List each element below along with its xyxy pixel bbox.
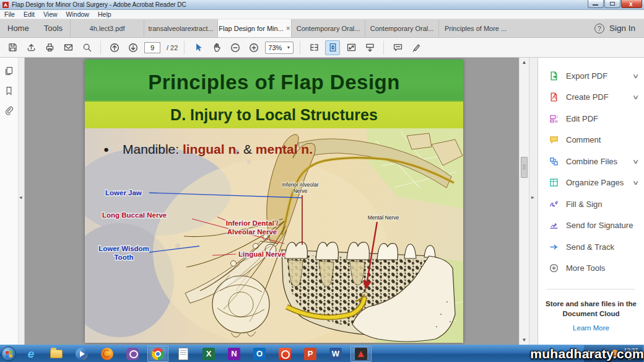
acrobat-window: Flap Design for Minor Oral Surgery - Ado… bbox=[0, 0, 644, 362]
acrobat-app-icon bbox=[2, 2, 9, 8]
scroll-down-icon[interactable]: ▼ bbox=[520, 337, 529, 343]
slide-title-band: Principles of Flap Design bbox=[85, 60, 463, 100]
tab-contemporary-1[interactable]: Contemporary Oral... bbox=[291, 19, 365, 37]
taskbar-acrobat-icon[interactable] bbox=[350, 346, 372, 362]
window-title: Flap Design for Minor Oral Surgery - Ado… bbox=[12, 1, 186, 8]
taskbar-powerpoint-icon[interactable]: P bbox=[300, 346, 321, 362]
scroll-up-icon[interactable]: ▲ bbox=[520, 60, 529, 65]
bookmarks-icon[interactable] bbox=[4, 86, 14, 98]
search-icon[interactable] bbox=[79, 40, 94, 55]
taskbar-excel-icon[interactable]: X bbox=[198, 346, 219, 362]
minimize-button[interactable] bbox=[588, 0, 604, 8]
taskbar-onenote-icon[interactable]: N bbox=[224, 346, 245, 362]
menu-bar: File Edit View Window Help bbox=[0, 10, 644, 19]
chevron-down-icon[interactable]: ∨ bbox=[632, 94, 639, 100]
document-pane[interactable]: Principles of Flap Design D. Injury to L… bbox=[25, 58, 519, 345]
email-icon[interactable] bbox=[61, 40, 76, 55]
help-icon[interactable]: ? bbox=[594, 24, 604, 33]
tool-fill-sign[interactable]: Fill & Sign bbox=[538, 193, 644, 215]
zoom-level-dropdown[interactable]: 73%▼ bbox=[265, 42, 294, 54]
label-mental-nerve: Mental Nerve bbox=[368, 214, 399, 221]
taskbar-chrome-icon[interactable] bbox=[147, 346, 168, 362]
comment-tool-icon[interactable] bbox=[390, 40, 405, 55]
tool-organize-pages[interactable]: Organize Pages ∨ bbox=[538, 172, 644, 194]
tab-close-icon[interactable]: × bbox=[286, 24, 290, 33]
select-tool-icon[interactable] bbox=[191, 40, 206, 55]
tab-flap-design-active[interactable]: Flap Design for Min... × bbox=[217, 19, 291, 37]
windows-taskbar: e X N O P W EN ▲ ↑ 12:37 ص muhadharaty.c… bbox=[0, 345, 644, 362]
save-icon[interactable] bbox=[5, 40, 20, 55]
label-lower-wisdom-1: Lower Wisdom bbox=[98, 245, 149, 252]
collapse-right-panel-icon[interactable]: ▸ bbox=[531, 194, 534, 200]
menu-help[interactable]: Help bbox=[94, 11, 116, 18]
label-long-buccal-nerve: Long Buccal Nerve bbox=[102, 211, 167, 219]
tool-combine-files[interactable]: Combine Files ∨ bbox=[538, 151, 644, 172]
fit-width-icon[interactable] bbox=[344, 40, 359, 55]
taskbar-word-icon[interactable]: W bbox=[325, 346, 346, 362]
page-total-label: / 22 bbox=[167, 44, 178, 51]
label-inferior-dental-1: Inferior Dental / bbox=[226, 219, 279, 227]
taskbar-firefox-icon[interactable] bbox=[97, 346, 118, 362]
page-thumbnails-icon[interactable] bbox=[4, 66, 14, 78]
pdf-page[interactable]: Principles of Flap Design D. Injury to L… bbox=[85, 60, 463, 343]
chevron-down-icon[interactable]: ∨ bbox=[632, 158, 639, 165]
read-mode-icon[interactable] bbox=[362, 40, 377, 55]
tab-4h-lect3[interactable]: 4h.lect3.pdf bbox=[70, 19, 144, 37]
tool-comment[interactable]: Comment bbox=[538, 130, 644, 151]
page-view-icon[interactable] bbox=[307, 40, 321, 55]
taskbar-internet-explorer-icon[interactable]: e bbox=[20, 346, 41, 362]
taskbar-viber-icon[interactable] bbox=[122, 346, 143, 362]
attachments-icon[interactable] bbox=[4, 106, 14, 118]
tab-contemporary-2[interactable]: Contemporary Oral... bbox=[365, 19, 438, 37]
taskbar-media-player-icon[interactable] bbox=[71, 346, 92, 362]
toolbar: 9 / 22 73%▼ bbox=[0, 38, 644, 58]
learn-more-link[interactable]: Learn More bbox=[538, 324, 644, 332]
tool-edit-pdf[interactable]: Edit PDF bbox=[538, 108, 644, 130]
chevron-down-icon[interactable]: ∨ bbox=[632, 73, 639, 79]
tool-more-tools[interactable]: More Tools bbox=[538, 258, 644, 280]
fill-sign-icon bbox=[549, 199, 559, 210]
menu-edit[interactable]: Edit bbox=[19, 11, 39, 18]
tool-create-pdf[interactable]: Create PDF ∨ bbox=[538, 87, 644, 108]
taskbar-document-app-icon[interactable] bbox=[173, 346, 194, 362]
next-page-icon[interactable] bbox=[126, 40, 141, 55]
menu-window[interactable]: Window bbox=[62, 11, 94, 18]
collapse-left-panel-icon[interactable]: ◂ bbox=[19, 194, 22, 200]
hand-tool-icon[interactable] bbox=[209, 40, 224, 55]
tool-export-pdf[interactable]: Export PDF ∨ bbox=[538, 65, 644, 87]
restore-button[interactable] bbox=[604, 0, 620, 8]
fit-one-page-icon[interactable] bbox=[325, 40, 340, 55]
zoom-out-icon[interactable] bbox=[228, 40, 243, 55]
tool-send-track[interactable]: Send & Track bbox=[538, 236, 644, 258]
sign-in-button[interactable]: Sign In bbox=[609, 24, 635, 33]
label-lower-wisdom-2: Tooth bbox=[114, 254, 133, 261]
scrollbar-thumb[interactable] bbox=[521, 157, 528, 178]
document-cloud-promo: Store and share files in the Document Cl… bbox=[538, 299, 644, 319]
tab-principles-more[interactable]: Principles of More ... bbox=[438, 19, 512, 37]
taskbar-file-explorer-icon[interactable] bbox=[46, 346, 67, 362]
label-inferior-dental-2: Alveolar Nerve bbox=[227, 228, 277, 236]
right-panel-gutter: ▸ bbox=[529, 58, 537, 345]
slide-bullet-line: ●Mandible: lingual n. & mental n. bbox=[103, 142, 313, 157]
tool-send-for-signature[interactable]: Send for Signature bbox=[538, 215, 644, 237]
tab-transalveolar[interactable]: transalveolarextract... bbox=[144, 19, 217, 37]
close-button[interactable]: x bbox=[621, 0, 642, 8]
slide-subtitle: D. Injury to Local Structures bbox=[170, 106, 378, 124]
taskbar-red-app-icon[interactable] bbox=[274, 346, 295, 362]
highlighter-tool-icon[interactable] bbox=[409, 40, 424, 55]
page-number-input[interactable]: 9 bbox=[144, 42, 160, 53]
title-bar: Flap Design for Minor Oral Surgery - Ado… bbox=[0, 0, 644, 10]
start-button[interactable] bbox=[1, 347, 16, 361]
taskbar-outlook-icon[interactable]: O bbox=[249, 346, 270, 362]
previous-page-icon[interactable] bbox=[107, 40, 122, 55]
home-button[interactable]: Home bbox=[0, 19, 37, 37]
print-icon[interactable] bbox=[42, 40, 57, 55]
more-tools-icon bbox=[549, 263, 559, 273]
zoom-in-icon[interactable] bbox=[246, 40, 261, 55]
menu-file[interactable]: File bbox=[0, 11, 19, 18]
menu-view[interactable]: View bbox=[39, 11, 62, 18]
chevron-down-icon[interactable]: ∨ bbox=[632, 179, 639, 186]
share-icon[interactable] bbox=[24, 40, 38, 55]
tools-button[interactable]: Tools bbox=[37, 19, 70, 37]
vertical-scrollbar[interactable]: ▲ ▼ bbox=[519, 58, 529, 345]
